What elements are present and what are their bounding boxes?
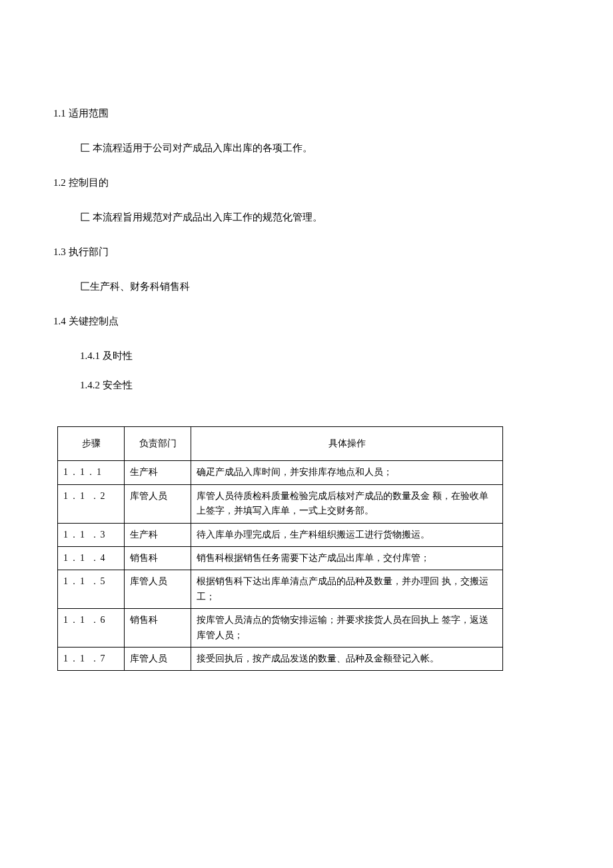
section-1-4-item-1: 1.4.1 及时性 (53, 348, 560, 364)
col-dept: 负责部门 (125, 427, 191, 461)
table-row: 1．1 ．6 销售科 按库管人员清点的货物安排运输；并要求接货人员在回执上 签字… (58, 609, 503, 648)
cell-op: 接受回执后，按产成品发送的数量、品种及金额登记入帐。 (191, 647, 502, 670)
operations-table: 步骤 负责部门 具体操作 1．1．1 生产科 确疋产成品入库时间，并安排库存地点… (57, 426, 503, 671)
table-row: 1．1 ．3 生产科 待入库单办理完成后，生产科组织搬运工进行货物搬运。 (58, 523, 503, 546)
section-1-1-body: 匚 本流程适用于公司对产成品入库出库的各项工作。 (53, 140, 560, 156)
cell-step: 1．1 ．6 (58, 609, 125, 648)
cell-dept: 生产科 (125, 461, 191, 484)
table-row: 1．1．1 生产科 确疋产成品入库时间，并安排库存地点和人员； (58, 461, 503, 484)
col-step: 步骤 (58, 427, 125, 461)
section-1-3-body: 匚生产科、财务科销售科 (53, 278, 560, 294)
cell-op: 待入库单办理完成后，生产科组织搬运工进行货物搬运。 (191, 523, 502, 546)
cell-step: 1．1．1 (58, 461, 125, 484)
cell-step: 1．1 ．7 (58, 647, 125, 670)
section-1-2-body: 匚 本流程旨用规范对产成品出入库工作的规范化管理。 (53, 209, 560, 225)
cell-dept: 销售科 (125, 546, 191, 570)
cell-op: 确疋产成品入库时间，并安排库存地点和人员； (191, 461, 502, 484)
table-row: 1．1 ．2 库管人员 库管人员待质检科质量检验完成后核对产成品的数量及金 额，… (58, 484, 503, 523)
section-1-4-heading: 1.4 关键控制点 (53, 313, 560, 329)
section-1-1-heading: 1.1 适用范围 (53, 105, 560, 121)
cell-dept: 库管人员 (125, 570, 191, 609)
cell-op: 销售科根据销售任务需要下达产成品出库单，交付库管； (191, 546, 502, 570)
table-row: 1．1 ．7 库管人员 接受回执后，按产成品发送的数量、品种及金额登记入帐。 (58, 647, 503, 670)
cell-dept: 销售科 (125, 609, 191, 648)
col-op: 具体操作 (191, 427, 502, 461)
cell-op: 按库管人员清点的货物安排运输；并要求接货人员在回执上 签字，返送库管人员； (191, 609, 502, 648)
cell-op: 根据销售科下达出库单清点产成品的品种及数量，并办理回 执，交搬运工； (191, 570, 502, 609)
table-row: 1．1 ．4 销售科 销售科根据销售任务需要下达产成品出库单，交付库管； (58, 546, 503, 570)
table-header-row: 步骤 负责部门 具体操作 (58, 427, 503, 461)
table-row: 1．1 ．5 库管人员 根据销售科下达出库单清点产成品的品种及数量，并办理回 执… (58, 570, 503, 609)
section-1-2-heading: 1.2 控制目的 (53, 175, 560, 191)
cell-dept: 库管人员 (125, 484, 191, 523)
cell-step: 1．1 ．2 (58, 484, 125, 523)
cell-dept: 库管人员 (125, 647, 191, 670)
cell-step: 1．1 ．3 (58, 523, 125, 546)
section-1-4-item-2: 1.4.2 安全性 (53, 377, 560, 393)
cell-step: 1．1 ．4 (58, 546, 125, 570)
cell-step: 1．1 ．5 (58, 570, 125, 609)
cell-dept: 生产科 (125, 523, 191, 546)
cell-op: 库管人员待质检科质量检验完成后核对产成品的数量及金 额，在验收单上签字，并填写入… (191, 484, 502, 523)
section-1-3-heading: 1.3 执行部门 (53, 244, 560, 260)
